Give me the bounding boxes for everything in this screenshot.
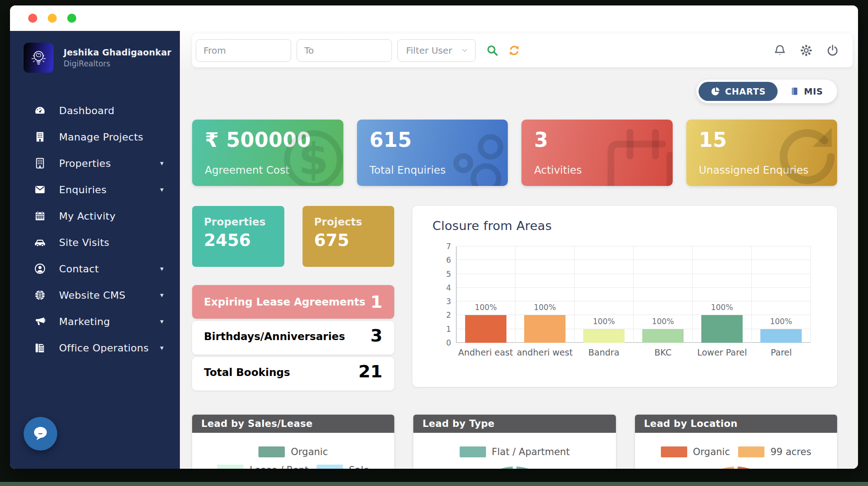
sidebar-item-label: My Activity — [59, 210, 116, 222]
left-column: Properties2456Projects675 Expiring Lease… — [192, 206, 394, 393]
pie-legend: Flat / Apartment — [413, 446, 615, 457]
bar-value-label: 100% — [456, 303, 515, 312]
x-axis-label: BKC — [634, 347, 693, 357]
tile-value: 675 — [314, 230, 383, 250]
sidebar-item-label: Dashboard — [59, 105, 114, 116]
date-to-input[interactable] — [297, 39, 392, 62]
stat-cards-row: ₹ 500000Agreement Cost$615Total Enquirie… — [192, 120, 837, 186]
summary-label: Birthdays/Anniversaries — [204, 331, 345, 342]
stat-value: 15 — [699, 130, 825, 150]
sidebar-item-label: Enquiries — [59, 184, 107, 195]
stat-label: Unassigned Enquries — [699, 164, 825, 176]
summary-row-birthdays-anniversaries[interactable]: Birthdays/Anniversaries3 — [192, 321, 394, 355]
charts-view-label: CHARTS — [725, 86, 766, 96]
sidebar-item-contact[interactable]: Contact▾ — [10, 256, 180, 282]
sidebar-item-site-visits[interactable]: Site Visits — [10, 229, 180, 256]
summary-label: Total Bookings — [204, 366, 290, 378]
pie-card-lead-by-sales-lease: Lead by Sales/LeaseOrganicLease / RentSa… — [192, 415, 394, 469]
sidebar-item-label: Properties — [59, 158, 111, 169]
legend-item-organic[interactable]: Organic — [258, 446, 328, 457]
sidebar-item-label: Site Visits — [59, 237, 109, 248]
sidebar-item-marketing[interactable]: Marketing▾ — [10, 308, 180, 335]
bar-lower-parel — [701, 315, 742, 343]
sidebar-item-dashboard[interactable]: Dashboard — [10, 97, 180, 124]
bar-column-bandra: 100% — [575, 246, 634, 343]
person-icon — [34, 262, 46, 275]
chevron-down-icon: ▾ — [160, 344, 164, 352]
bar-value-label: 100% — [752, 317, 810, 326]
notifications-button[interactable] — [773, 43, 787, 58]
app-window: Jeshika Ghadigaonkar DigiRealtors Dashbo… — [10, 5, 858, 469]
desktop-background: Jeshika Ghadigaonkar DigiRealtors Dashbo… — [0, 0, 868, 486]
pie-card-title: Lead by Type — [413, 415, 615, 433]
stat-value: 3 — [534, 130, 660, 150]
stat-card-activities[interactable]: 3Activities — [521, 120, 673, 186]
logout-button[interactable] — [825, 43, 840, 58]
sidebar-item-manage-projects[interactable]: Manage Projects — [10, 124, 180, 150]
summary-value: 1 — [371, 293, 382, 311]
legend-color-chip — [317, 465, 343, 469]
filter-user-select[interactable]: Filter User — [397, 39, 476, 62]
x-axis-label: andheri west — [515, 347, 574, 357]
book-icon — [789, 86, 799, 96]
chevron-down-icon: ▾ — [160, 291, 164, 299]
user-name: Jeshika Ghadigaonkar — [64, 47, 171, 57]
stat-card-total-enquiries[interactable]: 615Total Enquiries — [357, 120, 508, 186]
mis-view-label: MIS — [804, 86, 823, 96]
charts-view-button[interactable]: CHARTS — [699, 82, 778, 101]
tile-properties[interactable]: Properties2456 — [192, 206, 284, 267]
sidebar-item-label: Office Operations — [59, 342, 149, 354]
user-organization: DigiRealtors — [64, 59, 171, 68]
pie-legend: OrganicLease / RentSaleSales — [192, 446, 394, 469]
refresh-button[interactable] — [507, 44, 521, 57]
x-axis-label: Parel — [752, 347, 811, 357]
summary-row-total-bookings[interactable]: Total Bookings21 — [192, 357, 394, 391]
legend-item-99-acres[interactable]: 99 acres — [738, 446, 811, 457]
window-zoom-button[interactable] — [67, 14, 76, 23]
y-axis-tick-label: 7 — [446, 242, 451, 251]
bar-column-lower-parel: 100% — [693, 246, 752, 343]
settings-button[interactable] — [799, 43, 813, 58]
tile-projects[interactable]: Projects675 — [303, 206, 395, 267]
pie-legend: Organic99 acres — [635, 446, 837, 457]
sidebar-item-properties[interactable]: Properties▾ — [10, 150, 180, 176]
mis-view-button[interactable]: MIS — [778, 82, 835, 101]
building2-icon — [34, 157, 46, 170]
stat-value: 615 — [370, 130, 496, 150]
bar-column-andheri-west: 100% — [516, 246, 575, 343]
sidebar-item-website-cms[interactable]: Website CMS▾ — [10, 282, 180, 308]
summary-value: 21 — [358, 363, 382, 380]
calendar-icon — [34, 210, 46, 222]
gear-icon — [799, 43, 813, 58]
sidebar-item-office-operations[interactable]: Office Operations▾ — [10, 335, 180, 361]
y-axis-tick-label: 0 — [446, 338, 451, 347]
date-from-input[interactable] — [196, 39, 291, 62]
stat-card-agreement-cost[interactable]: ₹ 500000Agreement Cost$ — [192, 120, 343, 186]
building-icon — [34, 130, 46, 143]
y-axis-tick-label: 5 — [446, 270, 451, 279]
window-minimize-button[interactable] — [48, 14, 57, 23]
view-toggle: CHARTS MIS — [696, 80, 837, 103]
stat-label: Agreement Cost — [205, 164, 331, 176]
window-close-button[interactable] — [28, 14, 37, 23]
sidebar-item-label: Manage Projects — [59, 131, 144, 143]
x-axis-label: Lower Parel — [693, 347, 752, 357]
desktop-bottom-strip — [0, 482, 868, 486]
legend-item-sale[interactable]: Sale — [317, 465, 369, 469]
legend-item-lease-rent[interactable]: Lease / Rent — [217, 465, 308, 469]
search-button[interactable] — [486, 44, 499, 57]
y-axis-tick-label: 6 — [446, 256, 451, 265]
chevron-down-icon — [461, 46, 469, 55]
legend-item-organic[interactable]: Organic — [661, 446, 730, 457]
summary-row-expiring-lease-agreements[interactable]: Expiring Lease Agreements1 — [192, 285, 394, 319]
sidebar-item-my-activity[interactable]: My Activity — [10, 203, 180, 229]
user-profile: Jeshika Ghadigaonkar DigiRealtors — [10, 31, 180, 77]
sidebar-item-label: Website CMS — [59, 290, 125, 301]
pie-card-title: Lead by Location — [635, 415, 837, 433]
legend-item-flat-apartment[interactable]: Flat / Apartment — [460, 446, 570, 457]
pie-chart-icon — [710, 86, 720, 96]
chevron-down-icon: ▾ — [160, 185, 164, 194]
stat-card-unassigned-enquries[interactable]: 15Unassigned Enquries — [686, 120, 838, 186]
chat-widget-button[interactable] — [24, 417, 57, 451]
sidebar-item-enquiries[interactable]: Enquiries▾ — [10, 176, 180, 203]
